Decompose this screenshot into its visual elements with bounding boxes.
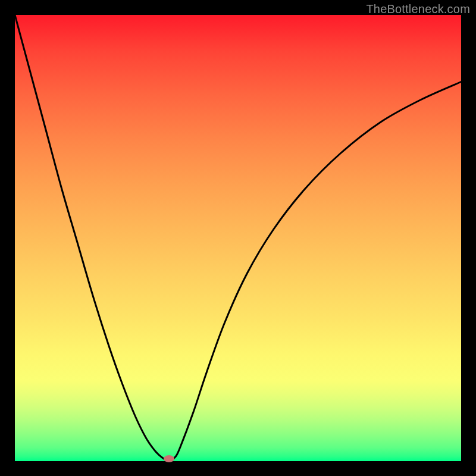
curve-layer <box>15 15 461 461</box>
chart-frame: TheBottleneck.com <box>0 0 476 476</box>
plot-area <box>15 15 461 461</box>
bottleneck-curve <box>15 15 461 461</box>
watermark-text: TheBottleneck.com <box>366 2 470 16</box>
optimum-marker <box>164 455 174 462</box>
